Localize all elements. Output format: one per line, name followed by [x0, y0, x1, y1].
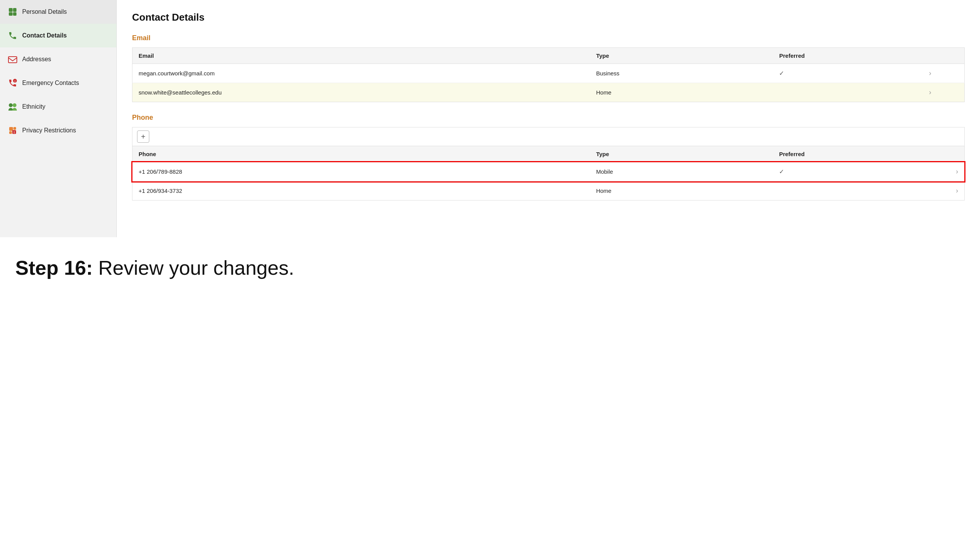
- sidebar-item-label: Emergency Contacts: [22, 80, 79, 86]
- svg-point-7: [9, 103, 13, 107]
- phone-section-heading: Phone: [132, 114, 965, 122]
- svg-rect-11: [9, 131, 12, 134]
- phone-type-2: Home: [590, 182, 773, 199]
- main-content: Contact Details Email Email Type Preferr…: [117, 0, 980, 237]
- email-preferred-col-header: Preferred: [773, 48, 923, 64]
- chevron-right-icon: ›: [929, 88, 931, 96]
- personal-details-icon: [8, 7, 18, 17]
- sidebar-item-label: Privacy Restrictions: [22, 127, 76, 134]
- phone-preferred-col-header: Preferred: [773, 146, 923, 162]
- phone-type-col-header: Type: [590, 146, 773, 162]
- phone-arrow-2[interactable]: ›: [923, 181, 964, 200]
- sidebar-item-label: Personal Details: [22, 8, 67, 15]
- svg-rect-10: [13, 127, 16, 130]
- phone-value-2: +1 206/934-3732: [132, 182, 590, 199]
- sidebar-item-ethnicity[interactable]: Ethnicity: [0, 95, 116, 119]
- contact-details-icon: [8, 31, 18, 41]
- phone-row-2[interactable]: +1 206/934-3732 Home ›: [132, 181, 964, 200]
- email-type-col-header: Type: [590, 48, 773, 64]
- email-arrow-col-header: [923, 48, 965, 64]
- email-value-1: megan.courtwork@gmail.com: [132, 64, 590, 83]
- phone-col-header: Phone: [132, 146, 590, 162]
- svg-rect-0: [9, 8, 13, 12]
- emergency-contacts-icon: !: [8, 78, 18, 88]
- sidebar-item-label: Addresses: [22, 56, 51, 63]
- step-instruction-section: Step 16: Review your changes.: [0, 237, 980, 295]
- sidebar-item-privacy-restrictions[interactable]: ! Privacy Restrictions: [0, 119, 116, 142]
- email-type-2: Home: [590, 83, 773, 102]
- email-preferred-2: [773, 83, 923, 102]
- chevron-right-icon: ›: [929, 69, 931, 77]
- email-col-header: Email: [132, 48, 590, 64]
- addresses-icon: [8, 54, 18, 64]
- email-section: Email Email Type Preferred megan.courtwo…: [132, 34, 965, 102]
- ethnicity-icon: [8, 102, 18, 112]
- phone-preferred-1: ✓: [773, 163, 923, 181]
- svg-point-8: [13, 103, 16, 107]
- email-preferred-1: ✓: [773, 64, 923, 83]
- sidebar-item-contact-details[interactable]: Contact Details: [0, 24, 116, 47]
- step-number: Step 16:: [15, 257, 93, 279]
- step-text: Step 16: Review your changes.: [15, 256, 965, 279]
- phone-table-wrapper: + Phone Type Preferred +1 206/789-8828 M…: [132, 127, 965, 201]
- phone-type-1: Mobile: [590, 163, 773, 180]
- chevron-right-icon: ›: [956, 187, 958, 194]
- email-section-heading: Email: [132, 34, 965, 42]
- add-phone-button[interactable]: +: [137, 130, 149, 143]
- phone-arrow-1[interactable]: ›: [923, 162, 964, 181]
- email-table-header-row: Email Type Preferred: [132, 48, 965, 64]
- phone-value-1: +1 206/789-8828: [132, 163, 590, 180]
- sidebar: Personal Details Contact Details Address…: [0, 0, 117, 237]
- email-arrow-1[interactable]: ›: [923, 64, 965, 83]
- phone-table-headers: Phone Type Preferred: [132, 146, 964, 162]
- email-type-1: Business: [590, 64, 773, 83]
- phone-arrow-col-header: [923, 146, 964, 162]
- sidebar-item-emergency-contacts[interactable]: ! Emergency Contacts: [0, 71, 116, 95]
- email-arrow-2[interactable]: ›: [923, 83, 965, 102]
- sidebar-item-personal-details[interactable]: Personal Details: [0, 0, 116, 24]
- step-instruction: Review your changes.: [98, 257, 294, 279]
- svg-rect-1: [13, 8, 16, 12]
- phone-preferred-2: [773, 186, 923, 196]
- sidebar-item-addresses[interactable]: Addresses: [0, 47, 116, 71]
- email-value-2: snow.white@seattlecolleges.edu: [132, 83, 590, 102]
- phone-row-1[interactable]: +1 206/789-8828 Mobile ✓ ›: [132, 162, 964, 181]
- phone-add-row: +: [132, 127, 964, 146]
- svg-rect-2: [9, 12, 13, 16]
- email-row-2[interactable]: snow.white@seattlecolleges.edu Home ›: [132, 83, 965, 102]
- email-row-1[interactable]: megan.courtwork@gmail.com Business ✓ ›: [132, 64, 965, 83]
- svg-rect-9: [9, 127, 13, 131]
- sidebar-item-label: Ethnicity: [22, 103, 45, 110]
- page-title: Contact Details: [132, 11, 965, 23]
- checkmark-icon: ✓: [779, 70, 784, 77]
- svg-rect-4: [8, 57, 17, 63]
- sidebar-item-label: Contact Details: [22, 32, 67, 39]
- chevron-right-icon: ›: [956, 168, 958, 175]
- svg-text:!: !: [15, 80, 16, 83]
- phone-section: Phone + Phone Type Preferred +1 206/789-…: [132, 114, 965, 201]
- email-table: Email Type Preferred megan.courtwork@gma…: [132, 47, 965, 102]
- svg-rect-3: [13, 12, 16, 16]
- svg-text:!: !: [14, 130, 15, 134]
- privacy-restrictions-icon: !: [8, 126, 18, 135]
- checkmark-icon: ✓: [779, 168, 784, 175]
